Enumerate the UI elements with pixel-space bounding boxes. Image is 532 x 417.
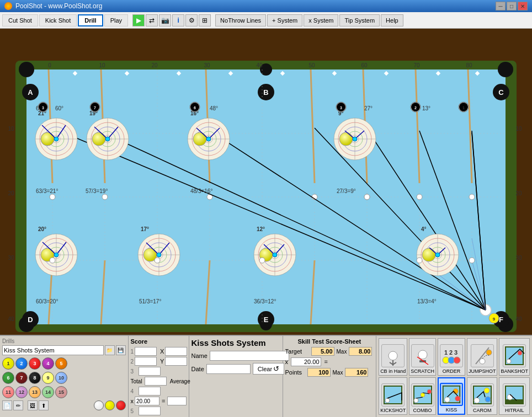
- tab-play[interactable]: Play: [104, 14, 128, 26]
- drill-ball-red2[interactable]: [116, 400, 126, 410]
- drill-ball-12[interactable]: 12: [15, 386, 28, 398]
- score-y-value[interactable]: [165, 357, 187, 366]
- drill-ball-yellow2[interactable]: [105, 400, 115, 410]
- drill-folder-icon[interactable]: 📁: [105, 345, 115, 355]
- target-value-input[interactable]: [311, 347, 334, 356]
- ruler-top-10: 10: [99, 62, 105, 68]
- cat-btn-cb-hand[interactable]: CB in Hand: [379, 338, 407, 376]
- svg-point-205: [454, 357, 460, 363]
- drill-ball-10[interactable]: 10: [55, 372, 67, 384]
- skill-points-row: Points Max: [285, 368, 374, 377]
- maximize-button[interactable]: □: [507, 2, 517, 10]
- cat-btn-kickshot[interactable]: KICKSHOT: [379, 377, 407, 415]
- ruler-right-40: 40: [515, 316, 522, 322]
- svg-point-182: [422, 248, 435, 261]
- tab-cut-shot[interactable]: Cut Shot: [2, 14, 38, 26]
- ruler-left-40: 40: [8, 316, 14, 322]
- doc-icon[interactable]: 📄: [2, 400, 12, 410]
- x-system-button[interactable]: x System: [304, 14, 338, 26]
- tab-kick-shot[interactable]: Kick Shot: [39, 14, 77, 26]
- title-area: PoolShot - www.PoolShot.org: [4, 2, 496, 10]
- cat-btn-kiss[interactable]: KISS: [438, 377, 465, 415]
- skill-x-input[interactable]: [291, 357, 321, 366]
- green-play-icon[interactable]: ▶: [132, 14, 145, 26]
- drill-ball-8[interactable]: 8: [29, 372, 41, 384]
- drill-ball-4[interactable]: 4: [42, 357, 54, 370]
- score-num-3: 3: [131, 368, 137, 375]
- ruler-left-30: 30: [8, 255, 14, 261]
- svg-text:3: 3: [454, 349, 457, 356]
- drills-name-row: 📁 💾: [2, 345, 126, 355]
- ruler-top-20: 20: [151, 62, 158, 68]
- combo-icon: [411, 383, 434, 407]
- image-icon[interactable]: 🖼: [28, 400, 38, 410]
- cat-btn-carom[interactable]: CAROM: [467, 377, 498, 415]
- drill-ball-13[interactable]: 13: [29, 386, 41, 398]
- svg-text:20°: 20°: [38, 226, 46, 232]
- score-input-3[interactable]: [139, 367, 161, 376]
- cat-btn-bankshot[interactable]: BANKSHOT: [499, 338, 530, 376]
- score-result-input[interactable]: [167, 397, 187, 405]
- player-name-input[interactable]: [210, 351, 289, 361]
- score-mult-input[interactable]: [135, 397, 159, 405]
- formula-3: 48/3=16°: [190, 188, 212, 194]
- drill-ball-3[interactable]: 3: [29, 357, 41, 370]
- pool-table-container[interactable]: A B C D E F 0 10 20 30 40 50 60 70 80 10…: [0, 29, 532, 351]
- svg-point-208: [486, 350, 492, 355]
- points-value-input[interactable]: [307, 368, 331, 377]
- plus-system-button[interactable]: + System: [267, 14, 302, 26]
- cat-btn-order[interactable]: 1 2 3 ORDER: [438, 338, 465, 376]
- clear-button[interactable]: Clear ↺: [253, 363, 284, 375]
- drill-name-input[interactable]: [2, 345, 104, 355]
- svg-point-105: [193, 132, 206, 146]
- ruler-top-50: 50: [308, 62, 315, 68]
- drill-ball-15[interactable]: 15: [55, 386, 67, 398]
- drill-ball-1[interactable]: 1: [2, 357, 14, 370]
- cat-btn-combo[interactable]: COMBO: [409, 377, 436, 415]
- drill-save-icon[interactable]: 💾: [116, 345, 126, 355]
- score-input-2[interactable]: [135, 357, 157, 366]
- nothrow-lines-button[interactable]: NoThrow Lines: [215, 14, 266, 26]
- drill-ball-14[interactable]: 14: [42, 386, 54, 398]
- camera-icon[interactable]: 📷: [159, 14, 171, 26]
- ruler-top-70: 70: [413, 62, 420, 68]
- arrow-icon[interactable]: ⇄: [146, 14, 158, 26]
- drill-ball-2[interactable]: 2: [15, 357, 28, 370]
- points-max-input[interactable]: [345, 368, 368, 377]
- minimize-button[interactable]: ─: [496, 2, 506, 10]
- tip-system-button[interactable]: Tip System: [339, 14, 380, 26]
- date-input[interactable]: [206, 364, 251, 374]
- target-label: Target: [285, 348, 310, 355]
- score-total-input[interactable]: [145, 377, 167, 386]
- score-input-1[interactable]: [135, 347, 157, 356]
- cat-btn-hitrail[interactable]: HITRAIL: [499, 377, 530, 415]
- drill-ball-11[interactable]: 11: [2, 386, 14, 398]
- window-controls[interactable]: ─ □ ✕: [496, 2, 528, 10]
- cat-btn-jumpshot[interactable]: JUMPSHOT: [467, 338, 498, 376]
- pocket-d: D: [28, 316, 33, 324]
- tab-drill[interactable]: Drill: [78, 14, 103, 26]
- drill-ball-5[interactable]: 5: [55, 357, 67, 370]
- date-label: Date: [191, 366, 204, 372]
- close-button[interactable]: ✕: [518, 2, 528, 10]
- grid-icon[interactable]: ⊞: [199, 14, 211, 26]
- drill-ball-white[interactable]: [94, 400, 104, 410]
- move-up-icon[interactable]: ⬆: [39, 400, 49, 410]
- svg-text:3: 3: [340, 106, 342, 110]
- order-icon: 1 2 3: [440, 344, 463, 367]
- ruler-top-0: 0: [48, 62, 51, 68]
- drill-ball-7[interactable]: 7: [15, 372, 28, 384]
- svg-text:48°: 48°: [210, 105, 218, 111]
- score-input-5[interactable]: [139, 407, 161, 415]
- info-icon[interactable]: i: [172, 14, 184, 26]
- edit-icon[interactable]: ✏: [13, 400, 23, 410]
- cat-btn-scratch[interactable]: SCRATCH: [409, 338, 436, 376]
- gear-icon[interactable]: ⚙: [185, 14, 198, 26]
- score-x-value[interactable]: [165, 347, 187, 356]
- help-button[interactable]: Help: [381, 14, 403, 26]
- score-input-4[interactable]: [139, 387, 161, 395]
- drill-ball-9[interactable]: 9: [42, 372, 54, 384]
- max-value-input[interactable]: [349, 347, 372, 356]
- svg-rect-229: [506, 399, 523, 404]
- drill-ball-6[interactable]: 6: [2, 372, 14, 384]
